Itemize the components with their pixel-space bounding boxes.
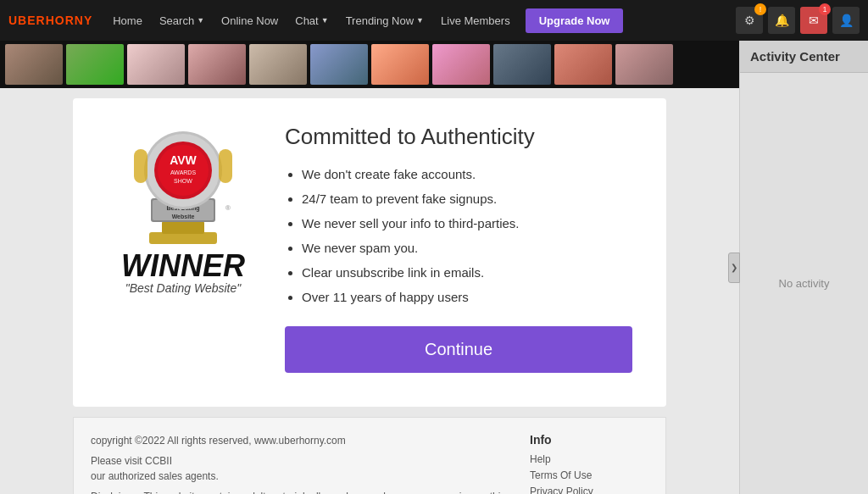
profile-button[interactable]: 👤 bbox=[832, 7, 860, 34]
feature-item: Over 11 years of happy users bbox=[302, 288, 632, 306]
footer-info-title: Info bbox=[530, 433, 648, 447]
member-thumb[interactable] bbox=[493, 44, 551, 85]
member-thumb[interactable] bbox=[5, 44, 63, 85]
feature-item: We don't create fake accounts. bbox=[302, 165, 632, 183]
gear-icon: ⚙ bbox=[744, 14, 755, 27]
feature-item: Clear unsubscribe link in emails. bbox=[302, 264, 632, 281]
settings-button[interactable]: ⚙ ! bbox=[736, 7, 763, 34]
thumbnails-strip bbox=[0, 41, 739, 88]
member-thumb[interactable] bbox=[432, 44, 490, 85]
svg-rect-14 bbox=[219, 149, 232, 183]
nav-home[interactable]: Home bbox=[104, 0, 151, 41]
search-dropdown-arrow: ▼ bbox=[197, 16, 204, 25]
member-thumb[interactable] bbox=[188, 44, 246, 85]
disclaimer-text: Disclaimer: This website contains adult … bbox=[91, 489, 513, 494]
trophy-svg: Best Dating Website AVW AWARDS SHOW bbox=[124, 124, 242, 251]
copyright-text: copyright ©2022 All rights reserved, www… bbox=[91, 433, 513, 448]
svg-text:SHOW: SHOW bbox=[174, 178, 192, 184]
svg-rect-0 bbox=[149, 232, 217, 244]
footer-privacy-link[interactable]: Privacy Policy bbox=[530, 486, 648, 494]
footer: copyright ©2022 All rights reserved, www… bbox=[73, 417, 666, 494]
feature-item: We never spam you. bbox=[302, 239, 632, 257]
award-section: Best Dating Website AVW AWARDS SHOW bbox=[107, 124, 259, 373]
member-thumb[interactable] bbox=[371, 44, 429, 85]
trending-dropdown-arrow: ▼ bbox=[416, 16, 424, 25]
upgrade-button[interactable]: Upgrade Now bbox=[526, 8, 624, 33]
navbar: UBERHORNY Home Search ▼ Online Now Chat … bbox=[0, 0, 868, 41]
member-thumb[interactable] bbox=[66, 44, 124, 85]
svg-text:AWARDS: AWARDS bbox=[170, 169, 197, 175]
footer-left: copyright ©2022 All rights reserved, www… bbox=[91, 433, 513, 494]
svg-text:Website: Website bbox=[172, 214, 195, 219]
member-thumb[interactable] bbox=[554, 44, 612, 85]
content-section: Committed to Authenticity We don't creat… bbox=[285, 124, 632, 373]
member-thumb[interactable] bbox=[310, 44, 368, 85]
card-title: Committed to Authenticity bbox=[285, 124, 632, 150]
user-icon: 👤 bbox=[839, 14, 854, 27]
winner-subtitle: "Best Dating Website" bbox=[125, 281, 242, 295]
message-badge: 1 bbox=[819, 3, 831, 15]
main-card: Best Dating Website AVW AWARDS SHOW bbox=[73, 98, 666, 407]
feature-item: We never sell your info to third-parties… bbox=[302, 214, 632, 232]
site-logo[interactable]: UBERHORNY bbox=[8, 14, 92, 27]
winner-label: WINNER bbox=[121, 251, 245, 281]
nav-trending[interactable]: Trending Now ▼ bbox=[337, 0, 432, 41]
nav-live-members[interactable]: Live Members bbox=[432, 0, 519, 41]
messages-button[interactable]: ✉ 1 bbox=[800, 7, 827, 34]
nav-search[interactable]: Search ▼ bbox=[151, 0, 213, 41]
chevron-right-icon: ❯ bbox=[731, 263, 737, 272]
nav-chat[interactable]: Chat ▼ bbox=[287, 0, 337, 41]
sidebar-title: Activity Center bbox=[740, 41, 868, 73]
svg-text:AVW: AVW bbox=[170, 153, 197, 167]
sidebar-collapse-button[interactable]: ❯ bbox=[728, 253, 740, 283]
svg-rect-13 bbox=[134, 149, 147, 183]
nav-online-now[interactable]: Online Now bbox=[213, 0, 287, 41]
feature-item: 24/7 team to prevent fake signups. bbox=[302, 190, 632, 208]
footer-help-link[interactable]: Help bbox=[530, 453, 648, 465]
bell-icon: 🔔 bbox=[775, 14, 789, 27]
notifications-button[interactable]: 🔔 bbox=[768, 7, 795, 34]
continue-button[interactable]: Continue bbox=[285, 326, 632, 373]
sidebar-content: No activity bbox=[740, 73, 868, 494]
svg-text:®: ® bbox=[225, 204, 231, 212]
nav-right-icons: ⚙ ! 🔔 ✉ 1 👤 bbox=[736, 7, 860, 34]
footer-right: Info Help Terms Of Use Privacy Policy Re… bbox=[530, 433, 648, 494]
activity-sidebar: ❯ Activity Center No activity bbox=[739, 41, 868, 494]
chat-dropdown-arrow: ▼ bbox=[321, 16, 329, 25]
footer-terms-link[interactable]: Terms Of Use bbox=[530, 469, 648, 481]
member-thumb[interactable] bbox=[249, 44, 307, 85]
svg-rect-1 bbox=[162, 221, 204, 234]
member-thumb[interactable] bbox=[615, 44, 673, 85]
main-content: Best Dating Website AVW AWARDS SHOW bbox=[0, 41, 739, 494]
visit-text: Please visit CCBII our authorized sales … bbox=[91, 453, 513, 484]
member-thumb[interactable] bbox=[127, 44, 185, 85]
page-wrapper: Best Dating Website AVW AWARDS SHOW bbox=[0, 41, 868, 494]
no-activity-label: No activity bbox=[779, 277, 830, 290]
warning-badge: ! bbox=[754, 3, 766, 15]
message-icon: ✉ bbox=[809, 14, 819, 27]
feature-list: We don't create fake accounts. 24/7 team… bbox=[285, 165, 632, 306]
